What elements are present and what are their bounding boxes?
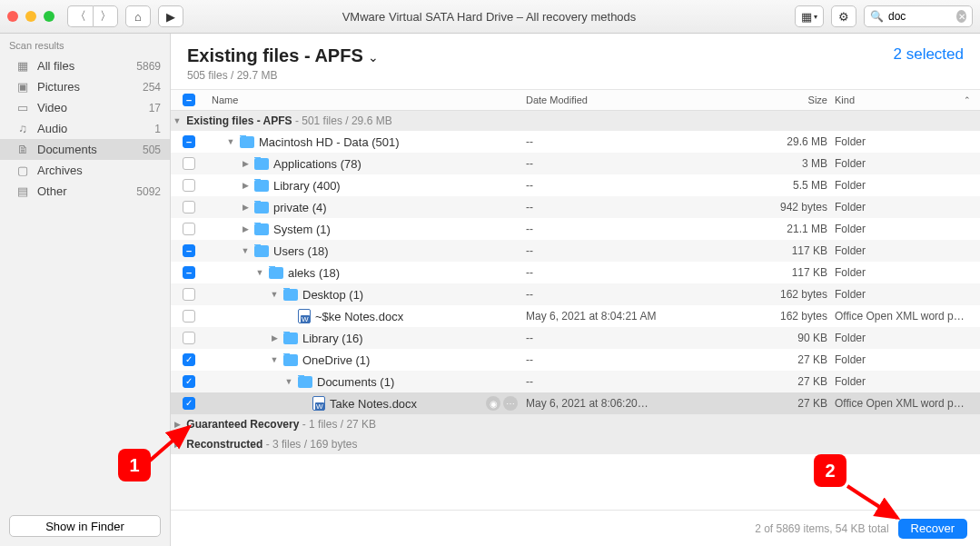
row-checkbox[interactable] bbox=[183, 244, 195, 257]
row-checkbox[interactable] bbox=[183, 353, 195, 366]
folder-row[interactable]: ▼OneDrive (1)--27 KBFolder bbox=[171, 349, 980, 371]
row-name: Applications (78) bbox=[273, 157, 361, 171]
row-checkbox[interactable] bbox=[183, 288, 195, 301]
column-size[interactable]: Size bbox=[680, 94, 835, 105]
disclosure-triangle-icon[interactable]: ▶ bbox=[241, 224, 250, 233]
sort-indicator-icon: ⌃ bbox=[964, 95, 971, 104]
close-window-button[interactable] bbox=[7, 11, 18, 22]
search-box[interactable]: 🔍 ✕ bbox=[864, 5, 973, 27]
file-row[interactable]: ~$ke Notes.docxMay 6, 2021 at 8:04:21 AM… bbox=[171, 305, 980, 327]
folder-icon bbox=[254, 158, 269, 170]
sidebar-item-pictures[interactable]: ▣Pictures254 bbox=[0, 76, 170, 97]
other-icon: ▤ bbox=[15, 184, 31, 198]
chevron-down-icon: ⌄ bbox=[368, 50, 379, 65]
content-title[interactable]: Existing files - APFS ⌄ bbox=[187, 45, 379, 66]
folder-icon bbox=[254, 180, 269, 192]
sidebar-item-label: All files bbox=[37, 59, 74, 73]
disclosure-triangle-icon[interactable]: ▼ bbox=[284, 377, 293, 386]
sidebar-header: Scan results bbox=[0, 34, 170, 55]
group-header[interactable]: ▶ Reconstructed - 3 files / 169 bytes bbox=[171, 434, 980, 454]
folder-row[interactable]: ▼Users (18)--117 KBFolder bbox=[171, 240, 980, 262]
group-meta: - 3 files / 169 bytes bbox=[266, 438, 358, 451]
column-date[interactable]: Date Modified bbox=[526, 94, 680, 105]
row-size: 27 KB bbox=[680, 353, 835, 366]
group-header[interactable]: ▶ Guaranteed Recovery - 1 files / 27 KB bbox=[171, 414, 980, 434]
folder-row[interactable]: ▼Documents (1)--27 KBFolder bbox=[171, 371, 980, 392]
row-checkbox[interactable] bbox=[183, 179, 195, 192]
disclosure-triangle-icon[interactable]: ▶ bbox=[241, 203, 250, 212]
disclosure-triangle-icon[interactable]: ▼ bbox=[241, 246, 250, 255]
info-icon[interactable]: ⋯ bbox=[503, 396, 518, 411]
file-row[interactable]: Take Notes.docx◉⋯May 6, 2021 at 8:06:20…… bbox=[171, 392, 980, 414]
sidebar-item-count: 17 bbox=[149, 102, 161, 114]
sidebar-item-all-files[interactable]: ▦All files5869 bbox=[0, 55, 170, 76]
sidebar-item-audio[interactable]: ♫Audio1 bbox=[0, 118, 170, 139]
row-checkbox[interactable] bbox=[183, 157, 195, 170]
row-checkbox[interactable] bbox=[183, 332, 195, 344]
settings-button[interactable]: ⚙ bbox=[831, 5, 856, 27]
search-input[interactable] bbox=[888, 10, 952, 23]
clear-search-button[interactable]: ✕ bbox=[956, 10, 966, 23]
column-name[interactable]: Name bbox=[207, 94, 526, 105]
disclosure-triangle-icon[interactable]: ▼ bbox=[255, 268, 264, 277]
folder-row[interactable]: ▼Macintosh HD - Data (501)--29.6 MBFolde… bbox=[171, 131, 980, 153]
row-name: Library (16) bbox=[302, 332, 362, 345]
disclosure-triangle-icon[interactable]: ▶ bbox=[270, 333, 279, 342]
folder-row[interactable]: ▶Applications (78)--3 MBFolder bbox=[171, 153, 980, 174]
folder-icon bbox=[254, 223, 269, 235]
column-kind[interactable]: Kind⌃ bbox=[835, 94, 980, 105]
folder-icon bbox=[283, 354, 298, 366]
row-checkbox[interactable] bbox=[183, 375, 195, 388]
sidebar-item-label: Pictures bbox=[37, 80, 80, 94]
disclosure-triangle-icon[interactable]: ▼ bbox=[226, 137, 235, 146]
row-date: -- bbox=[526, 375, 680, 388]
sidebar-item-video[interactable]: ▭Video17 bbox=[0, 97, 170, 118]
row-name: Users (18) bbox=[273, 244, 329, 258]
row-size: 90 KB bbox=[680, 332, 835, 344]
show-in-finder-button[interactable]: Show in Finder bbox=[9, 515, 161, 537]
folder-row[interactable]: ▶Library (16)--90 KBFolder bbox=[171, 327, 980, 349]
group-header[interactable]: ▼ Existing files - APFS - 501 files / 29… bbox=[171, 111, 980, 131]
select-all-checkbox[interactable] bbox=[183, 94, 195, 106]
callout-2: 2 bbox=[814, 454, 846, 487]
forward-button[interactable]: 〉 bbox=[93, 5, 118, 27]
row-checkbox[interactable] bbox=[183, 397, 195, 410]
folder-row[interactable]: ▶System (1)--21.1 MBFolder bbox=[171, 218, 980, 240]
sidebar-item-other[interactable]: ▤Other5092 bbox=[0, 181, 170, 202]
disclosure-triangle-icon[interactable]: ▼ bbox=[270, 355, 279, 364]
disclosure-triangle-icon[interactable]: ▶ bbox=[241, 159, 250, 168]
row-size: 162 bytes bbox=[680, 288, 835, 301]
play-button[interactable]: ▶ bbox=[158, 5, 183, 27]
sidebar-item-count: 1 bbox=[154, 123, 161, 135]
back-button[interactable]: 〈 bbox=[67, 5, 93, 27]
disclosure-triangle-icon[interactable]: ▶ bbox=[241, 181, 250, 190]
row-size: 162 bytes bbox=[680, 310, 835, 323]
window-controls bbox=[7, 11, 54, 22]
folder-row[interactable]: ▼Desktop (1)--162 bytesFolder bbox=[171, 283, 980, 305]
sidebar-item-count: 254 bbox=[143, 81, 161, 94]
sidebar-item-archives[interactable]: ▢Archives bbox=[0, 160, 170, 181]
row-name: OneDrive (1) bbox=[302, 353, 370, 367]
folder-row[interactable]: ▼aleks (18)--117 KBFolder bbox=[171, 262, 980, 283]
row-checkbox[interactable] bbox=[183, 201, 195, 213]
minimize-window-button[interactable] bbox=[25, 11, 36, 22]
sidebar-item-count: 505 bbox=[143, 144, 161, 156]
row-checkbox[interactable] bbox=[183, 310, 195, 323]
home-button[interactable]: ⌂ bbox=[125, 5, 151, 27]
row-checkbox[interactable] bbox=[183, 135, 195, 148]
group-name: Guaranteed Recovery bbox=[183, 418, 302, 431]
folder-row[interactable]: ▶Library (400)--5.5 MBFolder bbox=[171, 174, 980, 196]
row-checkbox[interactable] bbox=[183, 266, 195, 279]
folder-icon bbox=[298, 376, 312, 388]
folder-row[interactable]: ▶private (4)--942 bytesFolder bbox=[171, 196, 980, 218]
disclosure-triangle-icon[interactable]: ▼ bbox=[270, 290, 279, 299]
preview-icon[interactable]: ◉ bbox=[486, 396, 500, 411]
sidebar-item-documents[interactable]: 🗎Documents505 bbox=[0, 139, 170, 160]
zoom-window-button[interactable] bbox=[44, 11, 54, 22]
disclosure-triangle-icon[interactable]: ▼ bbox=[171, 116, 183, 125]
recover-button[interactable]: Recover bbox=[898, 519, 967, 539]
view-mode-button[interactable]: ▦▾ bbox=[795, 5, 824, 27]
row-checkbox[interactable] bbox=[183, 223, 195, 235]
row-kind: Folder bbox=[835, 223, 980, 235]
folder-icon bbox=[283, 333, 298, 344]
